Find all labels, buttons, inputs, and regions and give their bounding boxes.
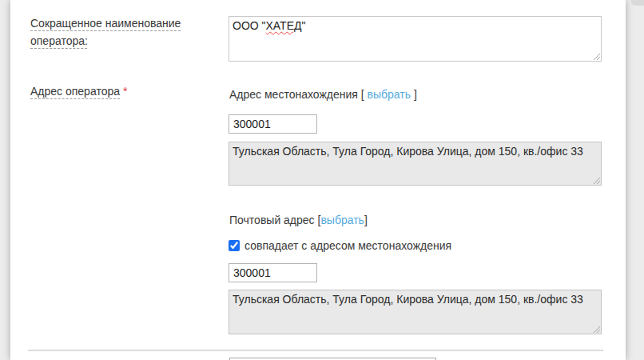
same-address-checkbox-label: совпадает с адресом местонахождения	[244, 239, 451, 252]
short-name-textarea[interactable]: ООО "ХАТЕД"	[229, 16, 602, 62]
location-bracket-close: ]	[411, 88, 417, 101]
resize-grip-icon[interactable]	[592, 325, 600, 333]
location-address-value: Тульская Область, Тула Город, Кирова Ули…	[233, 145, 583, 158]
postal-address-heading: Почтовый адрес [выбрать]	[229, 214, 368, 226]
location-postal-code-input[interactable]	[229, 114, 317, 134]
location-bracket-open: [	[361, 88, 368, 101]
operator-address-label-text: Адрес оператора	[30, 85, 120, 98]
form-panel: Сокращенное наименование оператора: ООО …	[10, 0, 626, 360]
postal-address-title: Почтовый адрес	[229, 214, 315, 226]
location-address-title: Адрес местонахождения	[229, 88, 358, 101]
postal-bracket-close: ]	[364, 214, 368, 226]
postal-select-link[interactable]: выбрать	[320, 214, 364, 226]
short-name-label: Сокращенное наименование оператора:	[30, 14, 218, 50]
resize-grip-icon[interactable]	[592, 176, 600, 184]
short-name-value-prefix: ООО "	[233, 19, 266, 32]
location-address-textarea[interactable]: Тульская Область, Тула Город, Кирова Ули…	[229, 142, 602, 186]
location-select-link[interactable]: выбрать	[368, 88, 411, 101]
location-address-heading: Адрес местонахождения [ выбрать ]	[229, 88, 417, 101]
required-asterisk: *	[123, 85, 127, 98]
postal-postal-code-input[interactable]	[229, 263, 317, 282]
resize-grip-icon[interactable]	[592, 52, 600, 60]
postal-address-value: Тульская Область, Тула Город, Кирова Ули…	[233, 293, 583, 306]
scrollbar-thumb[interactable]	[631, 0, 644, 6]
operator-address-label: Адрес оператора *	[30, 82, 218, 100]
same-address-row: совпадает с адресом местонахождения	[229, 239, 451, 252]
short-name-label-text: Сокращенное наименование оператора:	[30, 17, 181, 47]
short-name-value-suffix: "	[301, 19, 305, 32]
postal-address-textarea[interactable]: Тульская Область, Тула Город, Кирова Ули…	[229, 290, 602, 334]
same-address-checkbox[interactable]	[229, 240, 240, 251]
section-divider	[28, 350, 603, 351]
short-name-value-misspelled: ХАТЕД	[266, 19, 302, 32]
